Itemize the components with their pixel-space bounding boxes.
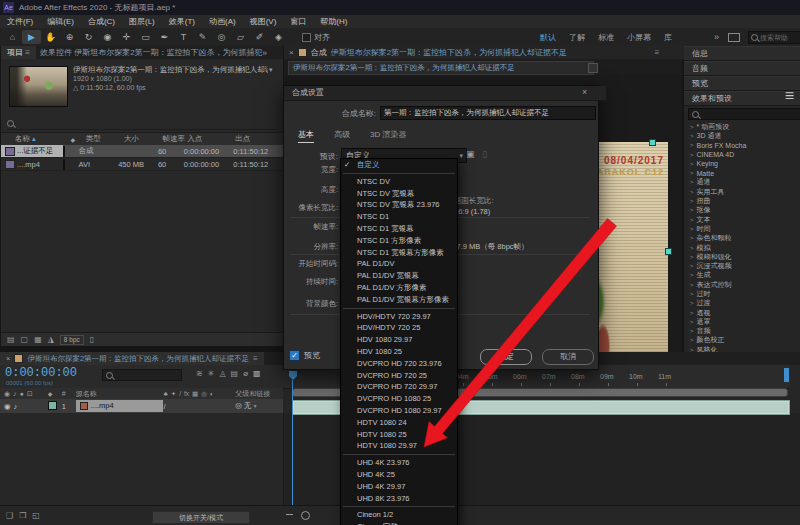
preset-option[interactable]: ✓自定义 — [341, 159, 457, 171]
effects-category[interactable]: >模糊和锐化 — [684, 252, 800, 261]
preset-option[interactable]: ✓DVCPRO HD 1080 29.97 — [341, 405, 457, 417]
frame-blend-icon[interactable]: ▦ — [192, 390, 198, 398]
brush-tool[interactable]: ✎ — [193, 30, 212, 44]
twirl-icon[interactable]: > — [690, 272, 694, 278]
preset-option[interactable]: ✓PAL D1/DV 宽银幕方形像素 — [341, 294, 457, 306]
shy-layers-icon[interactable]: ◬ — [219, 369, 225, 378]
menu-item[interactable]: 编辑(E) — [40, 16, 81, 27]
preset-option[interactable]: ✓HDTV 1080 25 — [341, 429, 457, 441]
collapse-icon[interactable]: ✦ — [171, 390, 176, 398]
lock-switch-icon[interactable]: ⊡ — [27, 390, 33, 398]
expand-layer-switches-icon[interactable]: ❑ — [6, 511, 13, 520]
pan-behind-tool[interactable]: ✛ — [117, 30, 136, 44]
effects-category[interactable]: >Boris FX Mocha — [684, 141, 800, 150]
parent-select[interactable]: ◎ 无 ▾ — [235, 401, 283, 411]
preset-option[interactable]: ✓NTSC D1 — [341, 211, 457, 223]
twirl-icon[interactable]: > — [690, 319, 694, 325]
toggle-switches-modes-button[interactable]: 切换开关/模式 — [152, 511, 250, 524]
twirl-icon[interactable]: > — [690, 310, 694, 316]
dialog-tab[interactable]: 基本 — [298, 129, 314, 143]
preset-option[interactable]: ✓DVCPRO HD 720 23.976 — [341, 358, 457, 370]
video-switch[interactable]: ◉ — [4, 402, 11, 411]
shape-tool[interactable]: ▭ — [136, 30, 155, 44]
preset-option[interactable]: ✓NTSC DV 宽银幕 23.976 — [341, 199, 457, 211]
timeline-tab[interactable]: × 伊斯坦布尔探案2第一期：监控拍下凶杀，为何抓捕犯人却证据不足 ≡ — [0, 352, 264, 365]
graph-editor-icon[interactable]: ▩ — [253, 369, 261, 378]
new-folder-icon[interactable]: ▢ — [21, 335, 29, 344]
preset-option[interactable]: ✓DVCPRO HD 1080 25 — [341, 393, 457, 405]
menu-item[interactable]: 效果(T) — [162, 16, 202, 27]
effects-category[interactable]: >时间 — [684, 224, 800, 233]
effects-category[interactable]: >文本 — [684, 215, 800, 224]
flowchart-icon[interactable] — [588, 63, 598, 73]
preset-option[interactable]: ✓PAL D1/DV 方形像素 — [341, 282, 457, 294]
effects-category[interactable]: >模拟 — [684, 243, 800, 252]
panel-menu-icon[interactable]: ≡ — [785, 87, 794, 105]
preset-option[interactable]: ✓PAL D1/DV — [341, 258, 457, 270]
audio-switch[interactable]: ♪ — [14, 402, 18, 411]
twirl-icon[interactable]: > — [690, 291, 694, 297]
menu-item[interactable]: 动画(A) — [202, 16, 243, 27]
preset-option[interactable]: ✓HDTV 1080 24 — [341, 417, 457, 429]
workspace-tab[interactable]: 默认 — [540, 32, 556, 43]
column-type[interactable]: 类型 — [86, 134, 124, 144]
selection-handle[interactable] — [649, 139, 656, 146]
preset-option[interactable]: ✓HDV/HDTV 720 25 — [341, 322, 457, 334]
effects-category[interactable]: >颜色校正 — [684, 336, 800, 345]
hand-tool[interactable]: ✋ — [41, 30, 60, 44]
pickwhip-icon[interactable]: ◎ — [235, 401, 242, 410]
twirl-icon[interactable]: > — [690, 300, 694, 306]
effects-category[interactable]: >抠像 — [684, 206, 800, 215]
label-column-icon[interactable]: ◆ — [48, 390, 62, 397]
twirl-icon[interactable]: > — [690, 226, 694, 232]
motion-blur-icon[interactable]: ◎ — [201, 390, 207, 398]
layer-row[interactable]: ◉ ♪ 1 ....mp4 / ◎ 无 ▾ — [0, 399, 283, 414]
panel-audio[interactable]: 音频 — [684, 61, 800, 76]
adjustment-layer-icon[interactable]: ◐ — [210, 390, 214, 398]
effects-category[interactable]: >生成 — [684, 271, 800, 280]
eraser-tool[interactable]: ▱ — [231, 30, 250, 44]
column-name[interactable]: 名称 ▴ — [1, 134, 71, 144]
preset-option[interactable]: ✓UHD 4K 23.976 — [341, 457, 457, 469]
effects-category[interactable]: >表达式控制 — [684, 280, 800, 289]
bit-depth-button[interactable]: 8 bpc — [60, 335, 84, 345]
column-fps[interactable]: 帧速率 — [162, 134, 187, 144]
close-icon[interactable]: × — [582, 87, 587, 97]
effects-category[interactable]: >风格化 — [684, 345, 800, 352]
workspace-overflow-icon[interactable]: » — [714, 32, 719, 42]
panel-effects-presets[interactable]: 效果和预设 — [684, 91, 800, 106]
comp-tab-label[interactable]: 合成 — [311, 47, 327, 58]
delete-icon[interactable]: ▯ — [90, 335, 94, 344]
tab-project[interactable]: 项目 ≡ — [1, 46, 36, 59]
twirl-icon[interactable]: > — [690, 217, 694, 223]
ok-button[interactable]: 确定 — [480, 349, 532, 365]
effects-category[interactable]: >Matte — [684, 168, 800, 177]
pen-tool[interactable]: ✒ — [155, 30, 174, 44]
menu-item[interactable]: 图层(L) — [122, 16, 162, 27]
preview-toggle[interactable]: ✓ 预览 — [289, 350, 320, 361]
comp-mini-flowchart-icon[interactable]: ≋ — [196, 369, 203, 378]
effects-search-input[interactable] — [688, 108, 800, 120]
source-name-column[interactable]: 源名称 — [76, 389, 164, 399]
effects-category[interactable]: >* 动画预设 — [684, 122, 800, 131]
column-in[interactable]: 入点 — [187, 134, 235, 144]
align-toggle[interactable]: 对齐 — [302, 32, 330, 43]
preset-option[interactable]: ✓HDV 1080 25 — [341, 346, 457, 358]
workspace-tab[interactable]: 小屏幕 — [627, 32, 651, 43]
quality-switch[interactable]: / — [163, 402, 165, 411]
interpret-footage-icon[interactable]: ▤ — [7, 335, 15, 344]
new-composition-icon[interactable]: ▦ — [34, 335, 42, 344]
dialog-tab[interactable]: 3D 渲染器 — [370, 129, 406, 143]
adjust-icon[interactable]: ◮ — [48, 335, 54, 344]
twirl-icon[interactable]: > — [690, 254, 694, 260]
twirl-icon[interactable]: > — [690, 337, 694, 343]
twirl-icon[interactable]: > — [690, 179, 694, 185]
effects-category[interactable]: >CINEMA 4D — [684, 150, 800, 159]
preset-option[interactable]: ✓NTSC D1 宽银幕方形像素 — [341, 247, 457, 259]
twirl-icon[interactable]: > — [690, 263, 694, 269]
camera-tool[interactable]: ◉ — [98, 30, 117, 44]
expand-in-out-icon[interactable]: ◱ — [32, 511, 40, 520]
preview-checkbox[interactable]: ✓ — [289, 350, 300, 361]
effects-category[interactable]: >遮罩 — [684, 317, 800, 326]
expand-transfer-controls-icon[interactable]: ❒ — [19, 511, 26, 520]
